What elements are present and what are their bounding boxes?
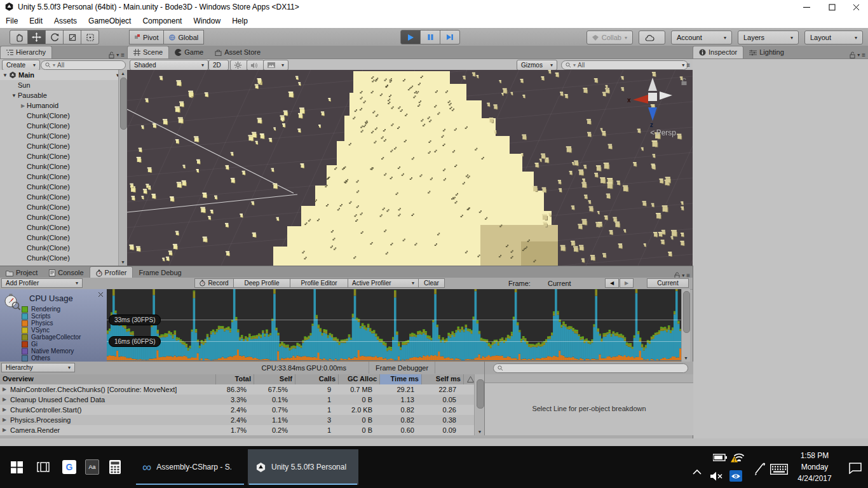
panel-menu-icon[interactable]: ≡ [121,51,124,58]
expand-arrow-icon[interactable]: ▶ [3,384,6,395]
projection-label[interactable]: < Persp [650,128,676,137]
wifi-warning-icon[interactable] [731,452,746,463]
tab-asset-store[interactable]: Asset Store [209,46,266,58]
hierarchy-item-sun[interactable]: Sun [0,80,127,90]
play-button[interactable] [400,30,421,44]
column-header-time-ms[interactable]: Time ms [380,374,422,384]
legend-native-memory[interactable]: Native Memory [8,348,105,355]
scene-audio-toggle[interactable] [247,60,264,71]
menu-window[interactable]: Window [187,15,226,28]
hierarchy-item-chunk-clone-[interactable]: Chunk(Clone) [0,131,127,141]
scene-lighting-toggle[interactable] [230,60,248,71]
table-row[interactable]: ▶Cleanup Unused Cached Data3.3%0.1%10 B1… [0,395,474,405]
lock-icon[interactable] [109,51,114,58]
task-view-button[interactable] [31,446,56,488]
tree-arrow-icon[interactable]: ▼ [1,72,9,78]
cpu-usage-card[interactable]: CPU Usage RenderingScriptsPhysicsVSyncGa… [0,289,107,362]
chart-scrollbar[interactable]: ▼ [681,289,690,362]
hierarchy-item-chunk-clone-[interactable]: Chunk(Clone) [0,202,127,212]
global-toggle[interactable]: Global [163,30,204,44]
expand-arrow-icon[interactable]: ▶ [3,425,6,435]
frame-debugger-button[interactable]: Frame Debugger [369,362,435,374]
rotate-tool-icon[interactable] [45,30,64,44]
hierarchy-item-chunk-clone-[interactable]: Chunk(Clone) [0,111,127,121]
tab-inspector[interactable]: Inspector [693,46,743,58]
close-button[interactable] [845,0,867,14]
taskbar-app-visual-studio[interactable]: ∞Assembly-CSharp - S... [135,449,245,485]
pivot-toggle[interactable]: Pivot [129,30,164,44]
pause-button[interactable] [420,30,440,44]
tab-lighting[interactable]: Lighting [743,46,790,58]
tab-profiler[interactable]: Profiler [90,266,133,279]
gizmos-dropdown[interactable]: Gizmos▾ [517,60,557,71]
start-button[interactable] [4,446,29,488]
hierarchy-item-chunk-clone-[interactable]: Chunk(Clone) [0,222,127,233]
legend-scripts[interactable]: Scripts [8,313,105,320]
table-row[interactable]: ▶Physics.Processing2.4%1.1%30 B0.820.38 [0,415,474,425]
expand-arrow-icon[interactable]: ▶ [3,395,6,405]
next-frame-button[interactable]: ▶ [620,278,634,288]
table-row[interactable]: ▶ChunkController.Start()2.4%0.7%12.0 KB0… [0,405,474,415]
current-frame-button[interactable]: Current [647,278,689,288]
tray-chevron-icon[interactable] [693,469,702,475]
lock-icon[interactable] [681,78,688,86]
hierarchy-item-chunk-clone-[interactable]: Chunk(Clone) [0,151,127,161]
panel-menu-icons[interactable]: ▾≡ [850,51,868,58]
hierarchy-item-chunk-clone-[interactable]: Chunk(Clone) [0,212,127,222]
column-header-calls[interactable]: Calls [295,374,339,384]
hierarchy-item-chunk-clone-[interactable]: Chunk(Clone) [0,141,127,151]
expand-arrow-icon[interactable]: ▶ [3,405,6,415]
hand-tool-icon[interactable] [10,30,28,44]
legend-gi[interactable]: Gi [8,341,105,348]
hierarchy-item-chunk-clone-[interactable]: Chunk(Clone) [0,182,127,192]
hierarchy-item-main[interactable]: ▼Main▾≡ [0,70,127,80]
hierarchy-mode-dropdown[interactable]: Hierarchy▾ [1,363,75,372]
menu-assets[interactable]: Assets [48,15,83,28]
hierarchy-item-chunk-clone-[interactable]: Chunk(Clone) [0,161,127,172]
menu-help[interactable]: Help [226,15,254,28]
table-row[interactable]: ▶MainController.CheckChunks() [Coroutine… [0,384,474,395]
step-button[interactable] [440,30,460,44]
prev-frame-button[interactable]: ◀ [605,278,619,288]
maximize-button[interactable] [821,0,843,14]
rect-tool-icon[interactable] [81,30,99,44]
column-header-gc-alloc[interactable]: GC Alloc [339,374,380,384]
account-dropdown[interactable]: Account▾ [671,30,732,44]
hierarchy-search-input[interactable]: ▾ All [41,60,126,70]
move-tool-icon[interactable] [27,30,46,44]
calculator-taskbar-icon[interactable] [104,446,126,488]
legend-rendering[interactable]: Rendering [8,306,105,313]
cloud-button[interactable] [639,30,665,44]
hierarchy-item-pausable[interactable]: ▼Pausable [0,90,127,100]
shading-mode-dropdown[interactable]: Shaded▾ [130,60,208,71]
table-row[interactable]: ▶Camera.Render1.7%0.2%10 B0.600.09 [0,425,474,435]
column-header-self-ms[interactable]: Self ms [422,374,464,384]
profile-editor-toggle[interactable]: Profile Editor [290,278,348,288]
column-header-total[interactable]: Total [216,374,254,384]
menu-gameobject[interactable]: GameObject [83,15,137,28]
active-profiler-dropdown[interactable]: Active Profiler▾ [348,278,419,288]
minimize-button[interactable] [796,0,817,14]
tab-game[interactable]: Game [169,46,209,58]
cpu-usage-chart[interactable]: 33ms (30FPS) 16ms (60FPS) [107,289,681,362]
layout-dropdown[interactable]: Layout▾ [804,30,863,44]
dictionary-taskbar-icon[interactable]: Aa [81,446,103,488]
collab-dropdown[interactable]: Collab▾ [587,30,633,44]
column-header-overview[interactable]: Overview [0,374,216,384]
eye-tray-icon[interactable] [729,470,742,482]
scene-orientation-gizmo[interactable]: x z [627,74,680,127]
close-icon[interactable] [98,292,104,297]
hierarchy-item-chunk-clone-[interactable]: Chunk(Clone) [0,172,127,182]
scene-effects-dropdown[interactable]: ▾ [263,60,288,71]
hierarchy-item-chunk-clone-[interactable]: Chunk(Clone) [0,192,127,202]
column-header-self[interactable]: Self [254,374,295,384]
tree-arrow-icon[interactable]: ▼ [10,93,18,98]
detail-search-input[interactable] [493,363,688,373]
tree-arrow-icon[interactable]: ▶ [19,103,27,109]
create-dropdown[interactable]: Create▾ [2,60,40,71]
hierarchy-scrollbar[interactable]: ▲ ▼ [118,70,127,266]
legend-garbagecollector[interactable]: GarbageCollector [8,334,105,341]
layers-dropdown[interactable]: Layers▾ [738,30,799,44]
volume-muted-icon[interactable] [710,471,723,481]
scene-search-input[interactable]: ▾ All [561,60,688,70]
